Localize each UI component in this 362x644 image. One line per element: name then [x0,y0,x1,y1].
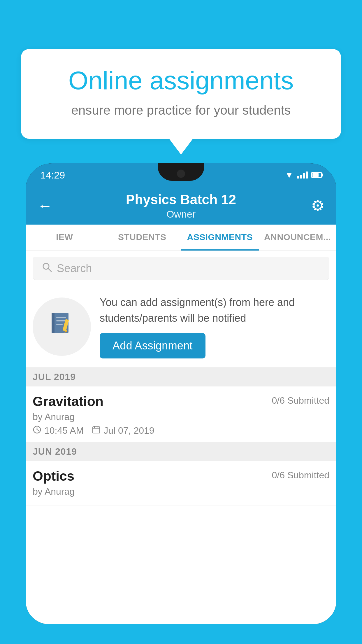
assignment-item-optics[interactable]: Optics 0/6 Submitted by Anurag [26,461,336,505]
section-jul-2019: JUL 2019 [26,368,336,386]
calendar-icon [92,425,101,436]
speech-bubble-container: Online assignments ensure more practice … [21,49,341,139]
section-jun-2019: JUN 2019 [26,442,336,461]
header-title: Physics Batch 12 [58,192,304,207]
status-bar: 14:29 ▼ [26,163,336,187]
tab-students-label: STUDENTS [118,232,166,242]
svg-rect-6 [56,324,63,325]
add-assignment-button[interactable]: Add Assignment [100,333,205,358]
phone-frame: 14:29 ▼ ← Physics Batch [26,163,336,624]
assignment-by-optics: by Anurag [33,486,329,497]
svg-rect-13 [93,427,100,433]
search-placeholder: Search [57,262,92,275]
assignment-time-label: 10:45 AM [44,425,84,436]
tab-iew-label: IEW [56,232,73,242]
assignment-title-optics: Optics [33,468,74,484]
status-time: 14:29 [40,169,65,181]
signal-icon [297,172,308,178]
back-button[interactable]: ← [37,197,58,214]
svg-line-12 [37,430,39,430]
clock-icon [33,425,41,436]
battery-icon [311,172,322,178]
svg-rect-3 [52,313,55,333]
promo-section: You can add assignment(s) from here and … [26,286,336,368]
assignment-item-gravitation[interactable]: Gravitation 0/6 Submitted by Anurag [26,386,336,442]
search-bar[interactable]: Search [33,257,329,280]
phone-wrapper: 14:29 ▼ ← Physics Batch [26,163,336,644]
assignment-submitted-gravitation: 0/6 Submitted [272,395,329,406]
tab-announcements-label: ANNOUNCEM... [264,232,331,242]
notch-camera [177,170,185,178]
wifi-icon: ▼ [285,170,294,180]
assignment-submitted-optics: 0/6 Submitted [272,470,329,481]
promo-content: You can add assignment(s) from here and … [100,295,329,358]
settings-button[interactable]: ⚙ [304,197,325,214]
bubble-subtitle: ensure more practice for your students [41,102,321,118]
promo-text: You can add assignment(s) from here and … [100,295,329,326]
header-center: Physics Batch 12 Owner [58,192,304,220]
bubble-title: Online assignments [41,66,321,95]
svg-rect-5 [56,320,66,321]
status-icons: ▼ [285,170,322,180]
tab-students[interactable]: STUDENTS [103,225,181,251]
assignment-date-gravitation: Jul 07, 2019 [92,425,154,436]
svg-line-1 [48,268,51,272]
tab-iew[interactable]: IEW [26,225,103,251]
content-area: Search [26,251,336,624]
assignment-title-gravitation: Gravitation [33,393,103,409]
notch [158,163,204,181]
tab-announcements[interactable]: ANNOUNCEM... [259,225,337,251]
header-subtitle: Owner [58,209,304,220]
search-icon [42,262,52,275]
assignment-meta-row-gravitation: 10:45 AM Jul 07, 2019 [33,425,329,436]
assignment-row-top-optics: Optics 0/6 Submitted [33,468,329,484]
promo-icon-circle [33,298,91,356]
app-header: ← Physics Batch 12 Owner ⚙ [26,187,336,225]
assignment-time-gravitation: 10:45 AM [33,425,84,436]
assignment-date-label: Jul 07, 2019 [103,425,154,436]
notebook-icon [49,310,75,343]
svg-rect-4 [56,317,66,318]
tab-assignments-label: ASSIGNMENTS [187,232,253,242]
tab-bar: IEW STUDENTS ASSIGNMENTS ANNOUNCEM... [26,225,336,251]
speech-bubble: Online assignments ensure more practice … [21,49,341,139]
tab-assignments[interactable]: ASSIGNMENTS [181,225,259,251]
assignment-by-gravitation: by Anurag [33,412,329,422]
assignment-row-top: Gravitation 0/6 Submitted [33,393,329,409]
